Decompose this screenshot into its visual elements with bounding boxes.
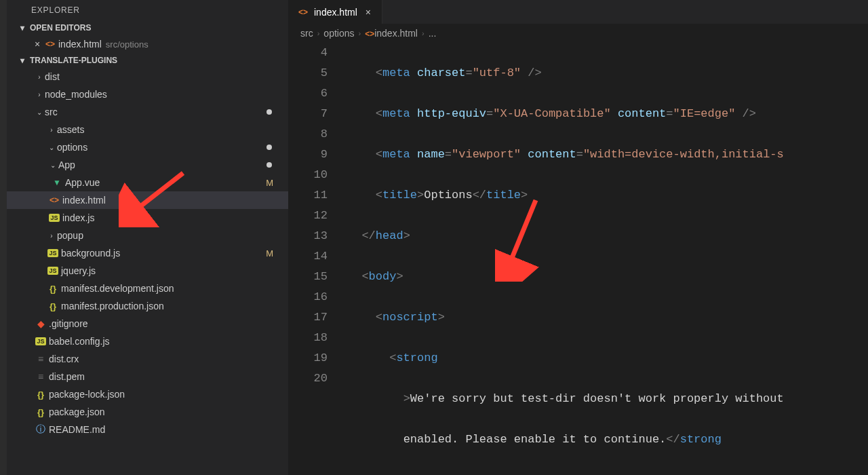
crumb-file[interactable]: index.html bbox=[374, 28, 418, 39]
file-dist-pem[interactable]: ≡ dist.pem bbox=[7, 368, 288, 385]
workspace-header[interactable]: ▾ TRANSLATE-PLUGINS bbox=[7, 53, 288, 68]
git-icon: ◆ bbox=[34, 318, 47, 329]
file-gitignore[interactable]: ◆ .gitignore bbox=[7, 315, 288, 332]
js-icon: JS bbox=[47, 214, 61, 222]
file-background-js[interactable]: JS background.js M bbox=[7, 244, 288, 262]
json-icon: {} bbox=[34, 390, 47, 400]
folder-src[interactable]: ⌄ src bbox=[7, 103, 288, 121]
js-icon: JS bbox=[46, 249, 60, 257]
chevron-right-icon: › bbox=[34, 73, 45, 81]
sidebar: EXPLORER ▾ OPEN EDITORS × <> index.html … bbox=[7, 0, 288, 475]
chevron-right-icon: › bbox=[359, 29, 361, 37]
breadcrumbs[interactable]: src › options › <> index.html › ... bbox=[288, 24, 868, 43]
file-jquery-js[interactable]: JS jquery.js bbox=[7, 262, 288, 280]
open-editors-label: OPEN EDITORS bbox=[30, 23, 91, 33]
file-icon: ≡ bbox=[34, 371, 47, 382]
file-manifest-prod[interactable]: {} manifest.production.json bbox=[7, 297, 288, 315]
modified-badge: M bbox=[266, 248, 273, 259]
file-manifest-dev[interactable]: {} manifest.development.json bbox=[7, 280, 288, 297]
chevron-down-icon: ⌄ bbox=[46, 144, 57, 151]
modified-dot-icon bbox=[267, 109, 272, 115]
json-icon: {} bbox=[46, 301, 60, 311]
open-editor-filename: index.html bbox=[58, 39, 102, 50]
activity-bar bbox=[0, 0, 7, 475]
vue-icon: ▼ bbox=[50, 178, 64, 187]
workspace-name: TRANSLATE-PLUGINS bbox=[30, 56, 117, 65]
file-index-html[interactable]: <> index.html bbox=[7, 191, 288, 209]
file-package-json[interactable]: {} package.json bbox=[7, 403, 288, 421]
modified-badge: M bbox=[266, 178, 273, 188]
folder-assets[interactable]: › assets bbox=[7, 121, 288, 138]
file-readme[interactable]: ⓘ README.md bbox=[7, 421, 288, 438]
modified-dot-icon bbox=[267, 162, 272, 168]
html-icon: <> bbox=[296, 7, 310, 17]
editor-area: <> index.html × src › options › <> index… bbox=[288, 0, 868, 475]
open-editor-item[interactable]: × <> index.html src/options bbox=[7, 35, 288, 53]
code-content[interactable]: <meta charset="utf-8" /> <meta http-equi… bbox=[348, 43, 868, 475]
explorer-title: EXPLORER bbox=[7, 0, 288, 20]
file-app-vue[interactable]: ▼ App.vue M bbox=[7, 174, 288, 191]
close-icon[interactable]: × bbox=[31, 39, 43, 50]
crumb-more[interactable]: ... bbox=[429, 28, 437, 39]
info-icon: ⓘ bbox=[34, 423, 47, 436]
file-icon: ≡ bbox=[34, 354, 47, 364]
crumb-src[interactable]: src bbox=[300, 28, 313, 39]
folder-app[interactable]: ⌄ App bbox=[7, 156, 288, 174]
tab-index-html[interactable]: <> index.html × bbox=[288, 0, 382, 24]
folder-popup[interactable]: › popup bbox=[7, 227, 288, 244]
line-gutter: 456 789 101112 131415 161718 1920 bbox=[288, 43, 348, 475]
folder-node-modules[interactable]: › node_modules bbox=[7, 86, 288, 103]
chevron-right-icon: › bbox=[34, 91, 45, 98]
file-dist-crx[interactable]: ≡ dist.crx bbox=[7, 350, 288, 368]
html-icon: <> bbox=[47, 195, 61, 205]
js-icon: JS bbox=[46, 267, 60, 275]
chevron-right-icon: › bbox=[422, 29, 425, 37]
tab-label: index.html bbox=[314, 7, 357, 18]
chevron-right-icon: › bbox=[317, 29, 320, 37]
js-icon: JS bbox=[34, 337, 47, 345]
file-babel-config[interactable]: JS babel.config.js bbox=[7, 332, 288, 350]
chevron-right-icon: › bbox=[46, 232, 57, 240]
html-icon: <> bbox=[365, 28, 374, 39]
modified-dot-icon bbox=[267, 145, 272, 150]
file-package-lock[interactable]: {} package-lock.json bbox=[7, 385, 288, 403]
open-editors-header[interactable]: ▾ OPEN EDITORS bbox=[7, 20, 288, 35]
chevron-down-icon: ⌄ bbox=[47, 162, 58, 169]
chevron-down-icon: ▾ bbox=[20, 23, 30, 33]
folder-dist[interactable]: › dist bbox=[7, 68, 288, 86]
chevron-right-icon: › bbox=[46, 126, 57, 134]
folder-options[interactable]: ⌄ options bbox=[7, 138, 288, 156]
json-icon: {} bbox=[46, 284, 60, 294]
json-icon: {} bbox=[34, 407, 47, 417]
file-index-js[interactable]: JS index.js bbox=[7, 209, 288, 227]
chevron-down-icon: ⌄ bbox=[34, 109, 45, 116]
close-icon[interactable]: × bbox=[363, 7, 374, 18]
html-icon: <> bbox=[43, 39, 57, 49]
open-editor-filepath: src/options bbox=[106, 39, 149, 50]
crumb-options[interactable]: options bbox=[323, 28, 354, 39]
code-editor[interactable]: 456 789 101112 131415 161718 1920 <meta … bbox=[288, 43, 868, 475]
tab-bar: <> index.html × bbox=[288, 0, 868, 24]
chevron-down-icon: ▾ bbox=[20, 56, 30, 65]
